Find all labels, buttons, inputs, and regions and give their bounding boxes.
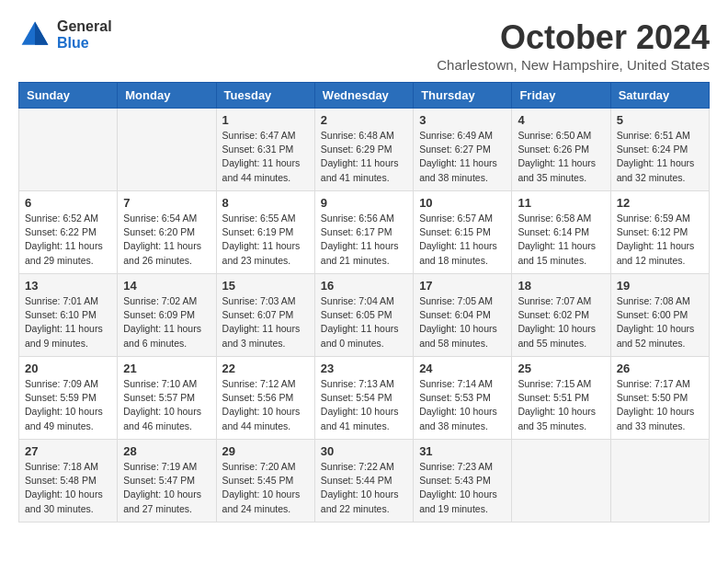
day-info: Sunrise: 7:22 AMSunset: 5:44 PMDaylight:… [321, 460, 407, 516]
day-info: Sunrise: 7:13 AMSunset: 5:54 PMDaylight:… [321, 377, 407, 433]
day-info: Sunrise: 7:15 AMSunset: 5:51 PMDaylight:… [518, 377, 604, 433]
day-number: 14 [123, 279, 210, 293]
day-number: 20 [25, 362, 111, 375]
header-cell-monday: Monday [118, 83, 216, 109]
day-number: 7 [123, 196, 210, 210]
svg-marker-1 [35, 22, 48, 45]
day-number: 29 [222, 444, 309, 458]
day-number: 16 [321, 279, 407, 293]
day-info: Sunrise: 6:49 AMSunset: 6:27 PMDaylight:… [419, 129, 506, 185]
day-info: Sunrise: 7:01 AMSunset: 6:10 PMDaylight:… [25, 294, 111, 350]
header-cell-thursday: Thursday [414, 83, 512, 109]
calendar-cell: 27Sunrise: 7:18 AMSunset: 5:48 PMDayligh… [19, 440, 118, 523]
calendar-cell: 9Sunrise: 6:56 AMSunset: 6:17 PMDaylight… [314, 191, 413, 274]
day-info: Sunrise: 6:57 AMSunset: 6:15 PMDaylight:… [419, 212, 506, 268]
header-cell-wednesday: Wednesday [314, 83, 413, 109]
day-number: 17 [419, 279, 506, 293]
month-title: October 2024 [437, 18, 710, 57]
day-number: 3 [419, 113, 506, 127]
day-info: Sunrise: 7:03 AMSunset: 6:07 PMDaylight:… [222, 294, 309, 350]
logo: General Blue [18, 18, 112, 52]
title-section: October 2024 Charlestown, New Hampshire,… [437, 18, 710, 73]
calendar-cell: 23Sunrise: 7:13 AMSunset: 5:54 PMDayligh… [314, 357, 413, 440]
day-info: Sunrise: 7:10 AMSunset: 5:57 PMDaylight:… [123, 377, 210, 433]
day-number: 5 [617, 113, 703, 127]
day-number: 6 [25, 196, 111, 210]
header-cell-saturday: Saturday [610, 83, 709, 109]
calendar-cell: 15Sunrise: 7:03 AMSunset: 6:07 PMDayligh… [216, 274, 314, 357]
day-number: 12 [617, 196, 703, 210]
calendar-week-row: 6Sunrise: 6:52 AMSunset: 6:22 PMDaylight… [19, 191, 710, 274]
calendar-cell: 30Sunrise: 7:22 AMSunset: 5:44 PMDayligh… [314, 440, 413, 523]
day-number: 27 [25, 444, 111, 458]
day-number: 18 [518, 279, 604, 293]
calendar-cell: 4Sunrise: 6:50 AMSunset: 6:26 PMDaylight… [512, 109, 610, 191]
day-info: Sunrise: 7:14 AMSunset: 5:53 PMDaylight:… [419, 377, 506, 433]
calendar-cell: 29Sunrise: 7:20 AMSunset: 5:45 PMDayligh… [216, 440, 314, 523]
calendar-cell: 31Sunrise: 7:23 AMSunset: 5:43 PMDayligh… [414, 440, 512, 523]
day-number: 1 [222, 113, 309, 127]
day-info: Sunrise: 6:58 AMSunset: 6:14 PMDaylight:… [518, 212, 604, 268]
calendar-cell: 19Sunrise: 7:08 AMSunset: 6:00 PMDayligh… [610, 274, 709, 357]
day-info: Sunrise: 7:17 AMSunset: 5:50 PMDaylight:… [617, 377, 703, 433]
day-info: Sunrise: 6:47 AMSunset: 6:31 PMDaylight:… [222, 129, 309, 185]
day-number: 31 [419, 444, 506, 458]
day-number: 25 [518, 362, 604, 375]
calendar-cell [118, 109, 216, 191]
calendar-cell: 3Sunrise: 6:49 AMSunset: 6:27 PMDaylight… [414, 109, 512, 191]
calendar-cell [19, 109, 118, 191]
day-number: 24 [419, 362, 506, 375]
calendar-cell: 13Sunrise: 7:01 AMSunset: 6:10 PMDayligh… [19, 274, 118, 357]
day-number: 22 [222, 362, 309, 375]
calendar-cell: 28Sunrise: 7:19 AMSunset: 5:47 PMDayligh… [118, 440, 216, 523]
calendar-cell: 26Sunrise: 7:17 AMSunset: 5:50 PMDayligh… [610, 357, 709, 440]
day-number: 21 [123, 362, 210, 375]
day-info: Sunrise: 7:07 AMSunset: 6:02 PMDaylight:… [518, 294, 604, 350]
calendar-header-row: SundayMondayTuesdayWednesdayThursdayFrid… [19, 83, 710, 109]
day-info: Sunrise: 7:12 AMSunset: 5:56 PMDaylight:… [222, 377, 309, 433]
calendar-cell [610, 440, 709, 523]
calendar-cell: 20Sunrise: 7:09 AMSunset: 5:59 PMDayligh… [19, 357, 118, 440]
day-number: 30 [321, 444, 407, 458]
calendar-cell: 24Sunrise: 7:14 AMSunset: 5:53 PMDayligh… [414, 357, 512, 440]
day-info: Sunrise: 7:02 AMSunset: 6:09 PMDaylight:… [123, 294, 210, 350]
day-number: 19 [617, 279, 703, 293]
calendar-week-row: 1Sunrise: 6:47 AMSunset: 6:31 PMDaylight… [19, 109, 710, 191]
day-info: Sunrise: 6:59 AMSunset: 6:12 PMDaylight:… [617, 212, 703, 268]
calendar-cell: 18Sunrise: 7:07 AMSunset: 6:02 PMDayligh… [512, 274, 610, 357]
day-number: 23 [321, 362, 407, 375]
day-info: Sunrise: 7:19 AMSunset: 5:47 PMDaylight:… [123, 460, 210, 516]
logo-blue-text: Blue [57, 35, 112, 52]
page-header: General Blue October 2024 Charlestown, N… [18, 18, 710, 73]
day-number: 10 [419, 196, 506, 210]
day-number: 11 [518, 196, 604, 210]
day-number: 2 [321, 113, 407, 127]
day-info: Sunrise: 7:23 AMSunset: 5:43 PMDaylight:… [419, 460, 506, 516]
calendar-week-row: 13Sunrise: 7:01 AMSunset: 6:10 PMDayligh… [19, 274, 710, 357]
day-info: Sunrise: 6:52 AMSunset: 6:22 PMDaylight:… [25, 212, 111, 268]
day-info: Sunrise: 7:18 AMSunset: 5:48 PMDaylight:… [25, 460, 111, 516]
calendar-cell: 2Sunrise: 6:48 AMSunset: 6:29 PMDaylight… [314, 109, 413, 191]
logo-text: General Blue [57, 18, 112, 51]
calendar-week-row: 20Sunrise: 7:09 AMSunset: 5:59 PMDayligh… [19, 357, 710, 440]
calendar-table: SundayMondayTuesdayWednesdayThursdayFrid… [18, 82, 710, 523]
calendar-cell: 17Sunrise: 7:05 AMSunset: 6:04 PMDayligh… [414, 274, 512, 357]
day-info: Sunrise: 7:04 AMSunset: 6:05 PMDaylight:… [321, 294, 407, 350]
location-title: Charlestown, New Hampshire, United State… [437, 57, 710, 73]
day-info: Sunrise: 6:51 AMSunset: 6:24 PMDaylight:… [617, 129, 703, 185]
day-info: Sunrise: 6:50 AMSunset: 6:26 PMDaylight:… [518, 129, 604, 185]
calendar-cell: 5Sunrise: 6:51 AMSunset: 6:24 PMDaylight… [610, 109, 709, 191]
calendar-cell: 10Sunrise: 6:57 AMSunset: 6:15 PMDayligh… [414, 191, 512, 274]
day-number: 15 [222, 279, 309, 293]
day-number: 9 [321, 196, 407, 210]
day-number: 8 [222, 196, 309, 210]
calendar-cell: 25Sunrise: 7:15 AMSunset: 5:51 PMDayligh… [512, 357, 610, 440]
day-info: Sunrise: 7:20 AMSunset: 5:45 PMDaylight:… [222, 460, 309, 516]
day-number: 26 [617, 362, 703, 375]
calendar-cell: 8Sunrise: 6:55 AMSunset: 6:19 PMDaylight… [216, 191, 314, 274]
header-cell-friday: Friday [512, 83, 610, 109]
header-cell-tuesday: Tuesday [216, 83, 314, 109]
day-info: Sunrise: 6:48 AMSunset: 6:29 PMDaylight:… [321, 129, 407, 185]
day-number: 13 [25, 279, 111, 293]
day-info: Sunrise: 7:09 AMSunset: 5:59 PMDaylight:… [25, 377, 111, 433]
